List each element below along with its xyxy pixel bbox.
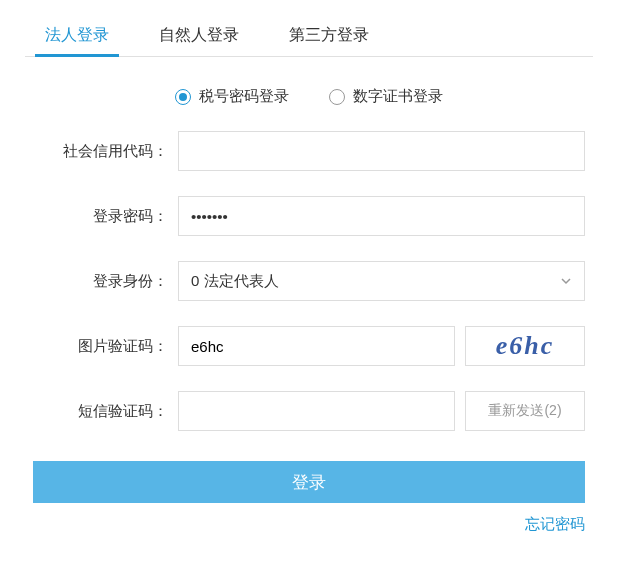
credit-code-label: 社会信用代码： <box>33 142 178 161</box>
radio-label: 数字证书登录 <box>353 87 443 106</box>
radio-icon <box>329 89 345 105</box>
tab-third-party[interactable]: 第三方登录 <box>284 15 374 56</box>
forgot-password-link[interactable]: 忘记密码 <box>525 515 585 532</box>
identity-label: 登录身份： <box>33 272 178 291</box>
radio-tax-password[interactable]: 税号密码登录 <box>175 87 289 106</box>
credit-code-row: 社会信用代码： <box>33 131 585 171</box>
identity-row: 登录身份： 0 法定代表人 <box>33 261 585 301</box>
sms-captcha-label: 短信验证码： <box>33 402 178 421</box>
image-captcha-input[interactable] <box>178 326 455 366</box>
password-input[interactable] <box>178 196 585 236</box>
login-method-group: 税号密码登录 数字证书登录 <box>25 87 593 106</box>
radio-label: 税号密码登录 <box>199 87 289 106</box>
image-captcha-label: 图片验证码： <box>33 337 178 356</box>
identity-select[interactable]: 0 法定代表人 <box>178 261 585 301</box>
credit-code-input[interactable] <box>178 131 585 171</box>
login-form: 社会信用代码： 登录密码： 登录身份： 0 法定代表人 图片验证码： e6hc … <box>33 131 585 534</box>
radio-digital-cert[interactable]: 数字证书登录 <box>329 87 443 106</box>
password-row: 登录密码： <box>33 196 585 236</box>
captcha-image[interactable]: e6hc <box>465 326 585 366</box>
radio-icon <box>175 89 191 105</box>
image-captcha-row: 图片验证码： e6hc <box>33 326 585 366</box>
sms-captcha-input[interactable] <box>178 391 455 431</box>
identity-value: 0 法定代表人 <box>191 272 279 291</box>
tabs-container: 法人登录 自然人登录 第三方登录 <box>25 15 593 57</box>
chevron-down-icon <box>560 275 572 287</box>
forgot-password-container: 忘记密码 <box>33 515 585 534</box>
sms-resend-button[interactable]: 重新发送(2) <box>465 391 585 431</box>
sms-captcha-row: 短信验证码： 重新发送(2) <box>33 391 585 431</box>
login-button[interactable]: 登录 <box>33 461 585 503</box>
tab-legal-person[interactable]: 法人登录 <box>40 15 114 56</box>
password-label: 登录密码： <box>33 207 178 226</box>
tab-natural-person[interactable]: 自然人登录 <box>154 15 244 56</box>
